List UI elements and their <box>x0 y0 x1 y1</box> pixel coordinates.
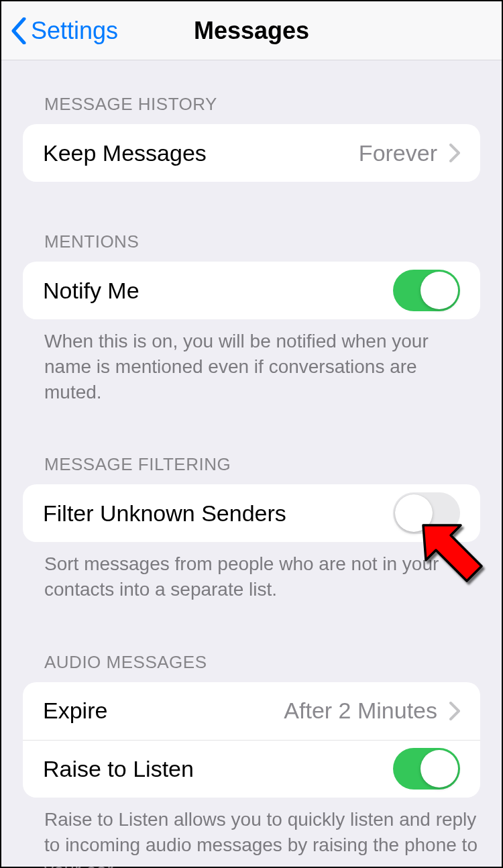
back-label: Settings <box>31 17 118 45</box>
filter-unknown-senders-row: Filter Unknown Senders <box>23 484 480 542</box>
navigation-bar: Settings Messages <box>1 1 502 60</box>
filter-unknown-senders-toggle[interactable] <box>393 492 460 534</box>
group-mentions: Notify Me <box>23 262 480 319</box>
chevron-right-icon <box>449 702 460 720</box>
expire-label: Expire <box>43 698 284 724</box>
notify-me-label: Notify Me <box>43 278 393 304</box>
section-header-audio-messages: AUDIO MESSAGES <box>1 652 502 682</box>
keep-messages-row[interactable]: Keep Messages Forever <box>23 124 480 182</box>
raise-to-listen-row: Raise to Listen <box>23 740 480 798</box>
raise-to-listen-label: Raise to Listen <box>43 756 393 782</box>
expire-row[interactable]: Expire After 2 Minutes <box>23 682 480 740</box>
section-footer-audio-messages: Raise to Listen allows you to quickly li… <box>1 798 502 868</box>
toggle-knob <box>395 494 433 532</box>
toggle-knob <box>421 750 458 788</box>
notify-me-toggle[interactable] <box>393 270 460 311</box>
chevron-left-icon <box>11 17 27 44</box>
group-message-filtering: Filter Unknown Senders <box>23 484 480 542</box>
keep-messages-value: Forever <box>359 140 437 166</box>
chevron-right-icon <box>449 144 460 162</box>
filter-unknown-senders-label: Filter Unknown Senders <box>43 500 393 527</box>
section-footer-message-filtering: Sort messages from people who are not in… <box>1 542 502 602</box>
section-footer-mentions: When this is on, you will be notified wh… <box>1 319 502 404</box>
section-header-mentions: MENTIONS <box>1 231 502 262</box>
group-message-history: Keep Messages Forever <box>23 124 480 182</box>
notify-me-row: Notify Me <box>23 262 480 319</box>
back-button[interactable]: Settings <box>1 17 118 45</box>
section-header-message-filtering: MESSAGE FILTERING <box>1 454 502 484</box>
toggle-knob <box>421 272 458 309</box>
group-audio-messages: Expire After 2 Minutes Raise to Listen <box>23 682 480 798</box>
expire-value: After 2 Minutes <box>284 698 437 724</box>
keep-messages-label: Keep Messages <box>43 140 359 166</box>
raise-to-listen-toggle[interactable] <box>393 748 460 790</box>
section-header-message-history: MESSAGE HISTORY <box>1 94 502 124</box>
